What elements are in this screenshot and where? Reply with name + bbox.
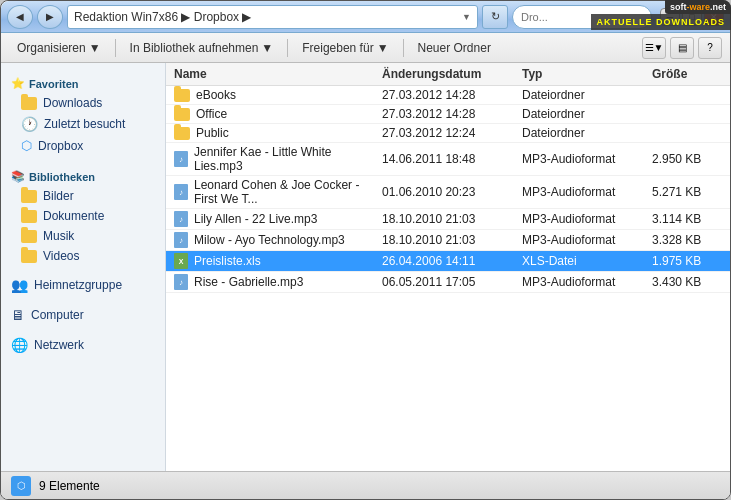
status-count: 9 Elemente <box>39 479 100 493</box>
file-name-cell: eBooks <box>174 88 382 102</box>
sidebar-item-bilder-label: Bilder <box>43 189 74 203</box>
file-name-cell: Rise - Gabrielle.mp3 <box>174 274 382 290</box>
file-date-cell: 27.03.2012 14:28 <box>382 107 522 121</box>
file-name-text: Leonard Cohen & Joe Cocker - First We T.… <box>194 178 382 206</box>
file-list-header: Name Änderungsdatum Typ Größe <box>166 63 730 86</box>
folder-icon <box>174 127 190 140</box>
file-name-text: eBooks <box>196 88 236 102</box>
sidebar-item-dropbox-label: Dropbox <box>38 139 83 153</box>
aktuelle-downloads-badge: AKTUELLE DOWNLOADS <box>591 14 732 30</box>
library-icon: 📚 <box>11 170 25 183</box>
sidebar-item-musik-label: Musik <box>43 229 74 243</box>
dokumente-icon <box>21 210 37 223</box>
file-name-text: Lily Allen - 22 Live.mp3 <box>194 212 317 226</box>
toolbar: Organisieren ▼ In Bibliothek aufnehmen ▼… <box>1 33 730 63</box>
refresh-button[interactable]: ↻ <box>482 5 508 29</box>
help-button[interactable]: ? <box>698 37 722 59</box>
file-date-cell: 18.10.2010 21:03 <box>382 233 522 247</box>
file-name-text: Milow - Ayo Technology.mp3 <box>194 233 345 247</box>
address-path: Redaktion Win7x86 ▶ Dropbox ▶ <box>74 10 458 24</box>
table-row[interactable]: Preisliste.xls 26.04.2006 14:11 XLS-Date… <box>166 251 730 272</box>
file-name-text: Preisliste.xls <box>194 254 261 268</box>
file-name-cell: Milow - Ayo Technology.mp3 <box>174 232 382 248</box>
sidebar-item-network-label: Netzwerk <box>34 338 84 352</box>
sidebar-item-homegroup[interactable]: 👥 Heimnetzgruppe <box>1 274 165 296</box>
new-folder-button[interactable]: Neuer Ordner <box>410 37 499 59</box>
column-date[interactable]: Änderungsdatum <box>382 67 522 81</box>
table-row[interactable]: Rise - Gabrielle.mp3 06.05.2011 17:05 MP… <box>166 272 730 293</box>
file-date-cell: 01.06.2010 20:23 <box>382 185 522 199</box>
sidebar-sep-1 <box>1 156 165 164</box>
column-type[interactable]: Typ <box>522 67 652 81</box>
column-name[interactable]: Name <box>174 67 382 81</box>
file-list-body: eBooks 27.03.2012 14:28 Dateiordner Offi… <box>166 86 730 293</box>
table-row[interactable]: Milow - Ayo Technology.mp3 18.10.2010 21… <box>166 230 730 251</box>
toolbar-divider-2 <box>287 39 288 57</box>
computer-icon: 🖥 <box>11 307 25 323</box>
sidebar-item-recent[interactable]: 🕐 Zuletzt besucht <box>1 113 165 135</box>
file-name-cell: Lily Allen - 22 Live.mp3 <box>174 211 382 227</box>
musik-icon <box>21 230 37 243</box>
sidebar-item-computer[interactable]: 🖥 Computer <box>1 304 165 326</box>
table-row[interactable]: Office 27.03.2012 14:28 Dateiordner <box>166 105 730 124</box>
back-button[interactable]: ◀ <box>7 5 33 29</box>
file-date-cell: 14.06.2011 18:48 <box>382 152 522 166</box>
table-row[interactable]: Public 27.03.2012 12:24 Dateiordner <box>166 124 730 143</box>
preview-button[interactable]: ▤ <box>670 37 694 59</box>
file-type-cell: MP3-Audioformat <box>522 212 652 226</box>
sidebar-item-bilder[interactable]: Bilder <box>1 186 165 206</box>
mp3-icon <box>174 232 188 248</box>
file-date-cell: 26.04.2006 14:11 <box>382 254 522 268</box>
sidebar-item-network[interactable]: 🌐 Netzwerk <box>1 334 165 356</box>
file-type-cell: MP3-Audioformat <box>522 152 652 166</box>
file-type-cell: Dateiordner <box>522 126 652 140</box>
main-area: ⭐ Favoriten Downloads 🕐 Zuletzt besucht … <box>1 63 730 471</box>
view-options-button[interactable]: ☰▼ <box>642 37 666 59</box>
forward-button[interactable]: ▶ <box>37 5 63 29</box>
sidebar-item-dokumente[interactable]: Dokumente <box>1 206 165 226</box>
column-size[interactable]: Größe <box>652 67 722 81</box>
share-button[interactable]: Freigeben für ▼ <box>294 37 396 59</box>
address-bar[interactable]: Redaktion Win7x86 ▶ Dropbox ▶ ▼ <box>67 5 478 29</box>
file-area: Name Änderungsdatum Typ Größe eBooks 27.… <box>166 63 730 471</box>
file-date-cell: 18.10.2010 21:03 <box>382 212 522 226</box>
file-date-cell: 06.05.2011 17:05 <box>382 275 522 289</box>
sidebar-item-dokumente-label: Dokumente <box>43 209 104 223</box>
table-row[interactable]: Leonard Cohen & Joe Cocker - First We T.… <box>166 176 730 209</box>
table-row[interactable]: Lily Allen - 22 Live.mp3 18.10.2010 21:0… <box>166 209 730 230</box>
mp3-icon <box>174 184 188 200</box>
folder-icon <box>174 108 190 121</box>
mp3-icon <box>174 211 188 227</box>
sidebar-item-downloads[interactable]: Downloads <box>1 93 165 113</box>
sidebar-item-recent-label: Zuletzt besucht <box>44 117 125 131</box>
file-date-cell: 27.03.2012 12:24 <box>382 126 522 140</box>
file-name-text: Public <box>196 126 229 140</box>
sidebar-item-homegroup-label: Heimnetzgruppe <box>34 278 122 292</box>
address-dropdown-arrow[interactable]: ▼ <box>462 12 471 22</box>
organize-label: Organisieren <box>17 41 86 55</box>
dropbox-icon: ⬡ <box>21 138 32 153</box>
share-arrow: ▼ <box>377 41 389 55</box>
sidebar-sep-3 <box>1 296 165 304</box>
xls-icon <box>174 253 188 269</box>
file-type-cell: XLS-Datei <box>522 254 652 268</box>
table-row[interactable]: eBooks 27.03.2012 14:28 Dateiordner <box>166 86 730 105</box>
table-row[interactable]: Jennifer Kae - Little White Lies.mp3 14.… <box>166 143 730 176</box>
library-button[interactable]: In Bibliothek aufnehmen ▼ <box>122 37 282 59</box>
downloads-folder-icon <box>21 97 37 110</box>
sidebar-item-musik[interactable]: Musik <box>1 226 165 246</box>
mp3-icon <box>174 151 188 167</box>
sidebar-item-downloads-label: Downloads <box>43 96 102 110</box>
file-name-text: Rise - Gabrielle.mp3 <box>194 275 303 289</box>
sidebar-item-videos-label: Videos <box>43 249 79 263</box>
organize-arrow: ▼ <box>89 41 101 55</box>
file-name-cell: Preisliste.xls <box>174 253 382 269</box>
sidebar: ⭐ Favoriten Downloads 🕐 Zuletzt besucht … <box>1 63 166 471</box>
software-badge: soft-ware.net <box>665 0 731 14</box>
sidebar-item-videos[interactable]: Videos <box>1 246 165 266</box>
sidebar-sep-2 <box>1 266 165 274</box>
recent-icon: 🕐 <box>21 116 38 132</box>
file-name-text: Jennifer Kae - Little White Lies.mp3 <box>194 145 382 173</box>
organize-button[interactable]: Organisieren ▼ <box>9 37 109 59</box>
sidebar-item-dropbox[interactable]: ⬡ Dropbox <box>1 135 165 156</box>
